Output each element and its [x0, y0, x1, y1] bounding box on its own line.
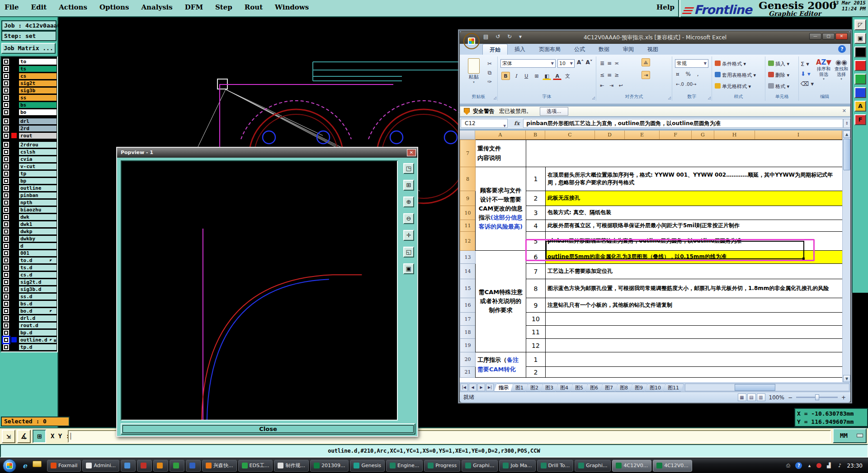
layer-visibility-checkbox[interactable] [4, 179, 8, 183]
popview-tool-button[interactable]: ⊕ [403, 197, 414, 207]
layer-row[interactable]: cs.d◤ [1, 271, 57, 278]
layer-name[interactable]: ss.d◤ [19, 293, 57, 300]
ribbon-tab[interactable]: 数据 [592, 44, 616, 55]
layer-work-indicator[interactable] [11, 185, 17, 191]
side-tool-button[interactable]: ▣ [854, 33, 866, 44]
layer-name[interactable]: ss◤ [19, 94, 57, 101]
layer-work-indicator[interactable] [11, 243, 17, 248]
copy-icon[interactable]: ⧉ [485, 68, 494, 77]
side-tool-button[interactable] [854, 87, 866, 98]
layer-row[interactable]: dwkp◤ [1, 228, 57, 235]
layer-visibility-checkbox[interactable] [4, 60, 8, 64]
zoom-slider[interactable] [796, 397, 838, 398]
layer-work-indicator[interactable] [11, 351, 17, 352]
sheet-tab[interactable]: 图8 [615, 384, 632, 392]
layer-name[interactable]: dwk1◤ [19, 221, 57, 228]
folder-icon[interactable] [33, 461, 42, 471]
layer-name[interactable]: v-cut◤ [19, 163, 57, 170]
task-button[interactable]: Graphi... [575, 460, 611, 472]
layer-visibility-checkbox[interactable] [4, 119, 8, 123]
layer-row[interactable]: bp.d◤ [1, 329, 57, 336]
layer-name[interactable]: bo.d◤ [19, 308, 57, 314]
layer-work-indicator[interactable] [11, 323, 17, 328]
side-tool-button[interactable] [854, 74, 866, 84]
layer-name[interactable]: 2rdrou◤ [19, 141, 57, 148]
side-tool-button[interactable] [854, 60, 866, 71]
layer-row[interactable]: 2rd◤ [1, 125, 57, 132]
format-as-table-button[interactable]: 套用表格格式 ▾ [715, 71, 756, 79]
side-tool-button[interactable]: ◸ [854, 19, 866, 30]
layer-work-indicator[interactable] [11, 272, 17, 277]
side-tool-button[interactable]: A [854, 101, 866, 112]
layer-work-indicator[interactable] [11, 156, 17, 162]
sheet-tab[interactable]: 图9 [630, 384, 647, 392]
task-button[interactable] [153, 460, 168, 472]
layer-work-indicator[interactable] [11, 118, 17, 124]
sheet-tab[interactable]: 图11 [663, 384, 684, 392]
dialog-launcher-icon[interactable]: ◿ [668, 96, 671, 100]
layer-visibility-checkbox[interactable] [4, 164, 8, 169]
cell-styles-button[interactable]: 单元格样式 ▾ [715, 83, 751, 90]
select-all-corner[interactable] [460, 131, 475, 140]
row-header[interactable]: 18 [460, 326, 476, 339]
layer-row[interactable]: bs.d◤ [1, 300, 57, 307]
row-header[interactable]: 8 [460, 167, 476, 191]
sheet-tab[interactable]: 图3 [541, 384, 558, 392]
layer-name[interactable]: sig2t◤ [19, 80, 57, 87]
task-button[interactable]: Graphi... [462, 460, 498, 472]
cell-b16[interactable]: 9 [526, 298, 546, 313]
orientation-button[interactable]: ⟁ [642, 58, 650, 66]
bold-button[interactable]: B [501, 72, 510, 80]
layer-row[interactable]: tp.d◤ [1, 343, 57, 351]
layer-row[interactable]: npth◤ [1, 199, 57, 206]
layer-work-indicator[interactable] [11, 294, 17, 299]
number-format-select[interactable]: 常规▼ [675, 59, 708, 68]
layer-visibility-checkbox[interactable] [4, 273, 8, 277]
layer-name[interactable]: 001◤ [19, 250, 57, 257]
section-cam-notes[interactable]: 需CAM特殊注意或者补充说明的制作要求 [476, 251, 526, 352]
row-header[interactable]: 15 [460, 279, 476, 298]
menu-item[interactable]: Options [99, 3, 129, 11]
sheet-tab[interactable]: 图2 [526, 384, 543, 392]
row-header[interactable]: 11 [460, 220, 476, 232]
task-button[interactable]: EDS工... [238, 460, 273, 472]
cell-b15[interactable]: 8 [526, 279, 546, 298]
page-layout-view-icon[interactable]: ▤ [747, 393, 756, 401]
layer-row[interactable]: dwk1◤ [1, 220, 57, 228]
cell-c10[interactable]: 包装方式: 真空、隔纸包装 [546, 206, 843, 220]
popview-close-button[interactable]: Close [121, 423, 415, 435]
task-button[interactable]: Foxmail [47, 460, 81, 472]
menu-item[interactable]: Step [215, 3, 232, 11]
layer-work-indicator[interactable] [11, 164, 17, 169]
tray-icon[interactable]: ▴ [806, 463, 813, 468]
side-tool-button[interactable] [854, 47, 866, 57]
font-size-select[interactable]: 10▼ [557, 59, 575, 68]
cell-b10[interactable]: 3 [526, 206, 546, 220]
tray-icon[interactable]: ▟ [825, 463, 832, 468]
column-header[interactable]: B [526, 131, 545, 140]
clear-button[interactable]: ⌫ ▾ [801, 79, 814, 89]
next-sheet-icon[interactable]: ▶ [477, 384, 485, 391]
layer-visibility-checkbox[interactable] [4, 345, 8, 349]
close-icon[interactable]: ✕ [842, 108, 846, 114]
layer-visibility-checkbox[interactable] [4, 157, 8, 161]
font-color-button[interactable]: A [553, 72, 561, 80]
task-button[interactable]: Admini... [82, 460, 119, 472]
expand-formula-bar-icon[interactable]: ⇕ [843, 119, 850, 128]
layer-work-indicator[interactable] [11, 171, 17, 176]
layer-row[interactable]: pinban.d◤ [1, 351, 57, 352]
menu-item-help[interactable]: Help [656, 3, 675, 11]
layer-name[interactable]: cvia◤ [19, 156, 57, 163]
layer-visibility-checkbox[interactable] [4, 96, 8, 100]
popview-tool-button[interactable]: ⊖ [403, 213, 414, 224]
layer-work-indicator[interactable] [11, 133, 17, 138]
cell-c21[interactable] [546, 367, 843, 378]
sheet-tab[interactable]: 图5 [571, 384, 588, 392]
column-header[interactable]: F [660, 131, 692, 140]
popview-tool-button[interactable]: ▣ [403, 263, 414, 274]
layer-visibility-checkbox[interactable] [4, 331, 8, 335]
horizontal-align-buttons[interactable]: ≤≡≥ [600, 72, 622, 78]
layer-name[interactable]: tp◤ [19, 170, 57, 177]
indent-wrap-buttons[interactable]: ⇤ ⇥ ↩ [600, 83, 625, 89]
layer-visibility-checkbox[interactable] [4, 193, 8, 197]
